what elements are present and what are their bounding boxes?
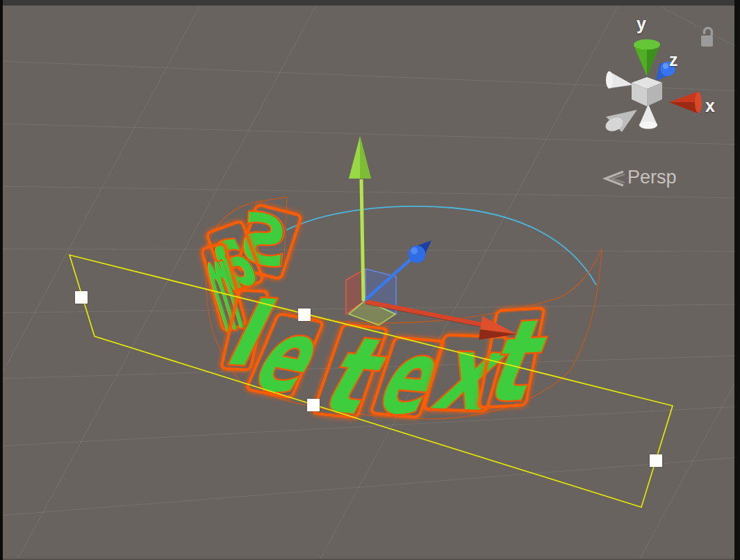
rect-handle-right[interactable] <box>650 454 662 467</box>
axis-label-x[interactable]: x <box>705 96 715 116</box>
rect-handle-top[interactable] <box>298 308 311 321</box>
viewport-right-border <box>734 0 740 560</box>
axis-label-z[interactable]: z <box>669 50 678 70</box>
rect-handle-bottom[interactable] <box>307 399 320 411</box>
text-mesh-object[interactable]: S a m l e t e x t <box>0 0 740 560</box>
projection-mode-label[interactable]: Persp <box>627 167 677 188</box>
scene-view[interactable]: S a m l e t e x t <box>0 0 740 560</box>
viewport-top-border <box>0 0 740 6</box>
viewport-left-border <box>0 0 3 560</box>
rect-handle-left[interactable] <box>75 291 88 304</box>
axis-label-y[interactable]: y <box>636 14 646 34</box>
